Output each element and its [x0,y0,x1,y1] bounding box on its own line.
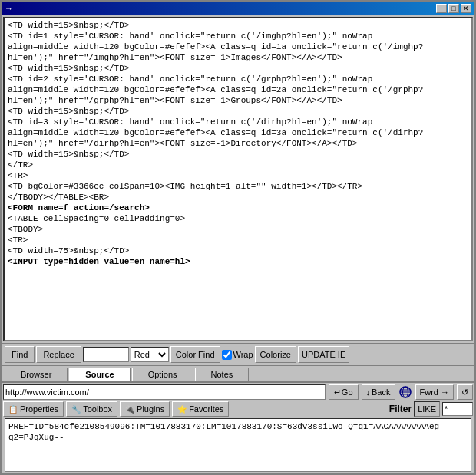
favorites-button[interactable]: ⭐ Favorites [172,401,229,417]
color-find-button[interactable]: Color Find [170,346,220,363]
color-select[interactable]: RedBlueGreenYellow [131,347,169,362]
toolbox-button[interactable]: 🔧 Toolbox [66,401,117,417]
wrap-checkbox-label: Wrap [222,350,253,360]
update-ie-button[interactable]: UPDATE IE [298,346,349,363]
like-box: LIKE [414,401,440,417]
main-content: <TD width=15>&nbsp;</TD><TD id=1 style='… [2,15,474,473]
url-input[interactable] [3,384,326,400]
toolbar-row: 📋 Properties 🔧 Toolbox 🔌 Plugins ⭐ Favor… [3,401,473,417]
tab-notes[interactable]: Notes [195,368,250,381]
tab-browser[interactable]: Browser [5,368,68,381]
fwrd-button[interactable]: Fwrd → [415,384,455,400]
filter-input[interactable] [442,402,473,416]
toolbox-label: Toolbox [83,404,112,414]
back-arrow-icon: ↓ [366,388,371,397]
fwrd-label: Fwrd → [420,388,450,397]
close-button[interactable]: ✕ [461,4,471,13]
like-label: LIKE [418,404,436,414]
title-bar-buttons: _ □ ✕ [436,4,471,13]
back-label: Back [372,388,390,397]
toolbox-icon: 🔧 [71,405,81,414]
plugins-icon: 🔌 [125,405,134,414]
tab-bar: BrowserSourceOptionsNotes [2,365,474,381]
minimize-button[interactable]: _ [436,4,447,13]
filter-label: Filter [389,404,412,414]
properties-button[interactable]: 📋 Properties [3,401,64,417]
url-bar-row: ↵ Go ↓ Back [3,384,473,400]
tab-options[interactable]: Options [132,368,193,381]
plugins-button[interactable]: 🔌 Plugins [120,401,170,417]
find-button[interactable]: Find [5,346,35,363]
code-viewer[interactable]: <TD width=15>&nbsp;</TD><TD id=1 style='… [3,17,473,341]
favorites-label: Favorites [189,404,223,414]
find-input[interactable] [83,347,129,362]
bottom-panel: ↵ Go ↓ Back [2,381,474,473]
replace-button[interactable]: Replace [36,346,81,363]
cookie-area: PREF=ID=584cfe2108549096:TM=1017883170:L… [5,418,471,472]
colorize-button[interactable]: Colorize [255,346,296,363]
maximize-button[interactable]: □ [448,4,459,13]
refresh-button[interactable]: ↺ [457,384,473,400]
wrap-label: Wrap [233,350,253,359]
find-bar: Find Replace RedBlueGreenYellow Color Fi… [2,343,474,365]
go-button[interactable]: ↵ Go [329,384,359,400]
title-bar: → _ □ ✕ [2,2,474,15]
main-window: → _ □ ✕ <TD width=15>&nbsp;</TD><TD id=1… [0,0,476,475]
globe-svg [399,386,412,398]
properties-label: Properties [20,404,58,414]
properties-icon: 📋 [8,405,18,414]
plugins-label: Plugins [137,404,164,414]
go-label: Go [342,388,353,397]
back-button[interactable]: ↓ Back [362,384,395,400]
window-title: → [5,4,13,13]
favorites-icon: ⭐ [177,405,187,414]
refresh-icon: ↺ [461,388,468,397]
tab-source[interactable]: Source [69,368,130,381]
wrap-checkbox[interactable] [222,350,232,360]
go-arrow-icon: ↵ [334,388,341,397]
globe-icon [398,385,412,399]
